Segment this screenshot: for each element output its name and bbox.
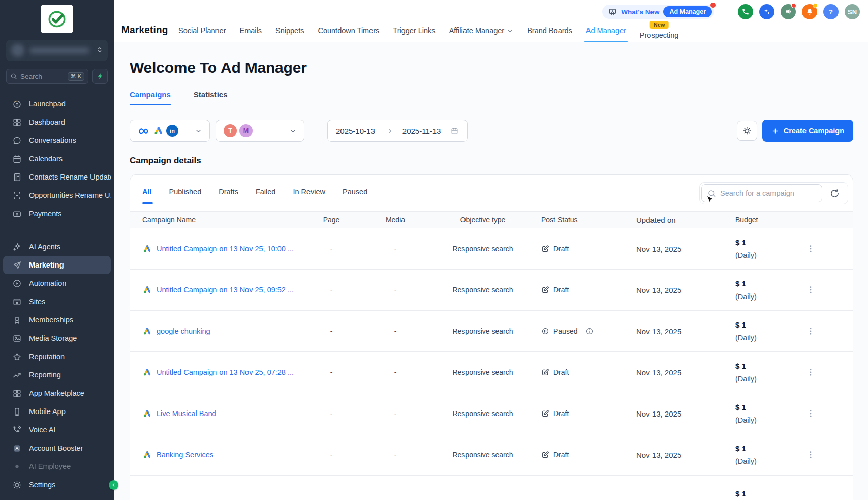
campaign-settings-button[interactable] (737, 121, 757, 141)
sidebar-item-mobile-app[interactable]: Mobile App (3, 402, 111, 421)
row-menu-kebab-icon[interactable] (806, 368, 815, 377)
sidebar-item-launchpad[interactable]: Launchpad (3, 95, 111, 113)
campaign-name-link[interactable]: Untitled Campaign on 13 Nov 25, 10:00 ..… (157, 245, 294, 253)
megaphone-icon[interactable] (781, 4, 796, 19)
sidebar-item-icon (12, 191, 22, 200)
updated-on-cell: Nov 13, 2025 (633, 327, 730, 336)
table-row: google chunking - - Responsive search Pa… (130, 311, 853, 352)
sidebar-item-icon (12, 315, 22, 325)
row-menu-kebab-icon[interactable] (806, 450, 815, 459)
create-campaign-button[interactable]: Create Campaign (762, 120, 853, 142)
sidebar-item-sites[interactable]: Sites (3, 292, 111, 311)
meta-icon (137, 125, 150, 137)
sidebar-item-account-booster[interactable]: Account Booster (3, 439, 111, 457)
sidebar-item-icon (12, 297, 22, 307)
filter-tab-paused[interactable]: Paused (343, 188, 367, 196)
budget-cell: $ 1 (730, 489, 806, 500)
edit-draft-icon (541, 451, 549, 459)
plus-icon (771, 127, 779, 135)
post-status-cell: Draft (537, 368, 633, 376)
row-menu-kebab-icon[interactable] (806, 409, 815, 418)
status-filter-tabs: All Published Drafts Failed In Review Pa… (142, 188, 367, 196)
table-header-row: Campaign Name Page Media Objective type … (130, 211, 853, 228)
tab-affiliate-manager[interactable]: Affiliate Manager (449, 0, 514, 42)
ai-sparkles-icon[interactable] (759, 4, 774, 19)
sidebar-item-calendars[interactable]: Calendars (3, 150, 111, 168)
updated-on-cell: Nov 13, 2025 (633, 245, 730, 253)
notifications-bell-icon[interactable] (802, 4, 817, 19)
sidebar-search-input[interactable]: Search ⌘ K (6, 69, 88, 84)
post-status-cell: Draft (537, 245, 633, 253)
user-avatar[interactable]: SN (845, 4, 860, 19)
page-cell: - (301, 286, 362, 294)
google-ads-icon (142, 409, 151, 418)
info-icon[interactable] (585, 327, 594, 335)
row-menu-kebab-icon[interactable] (806, 244, 815, 253)
notification-dot (791, 3, 796, 8)
budget-cell: $ 1 (Daily) (730, 238, 806, 259)
campaign-name-link[interactable]: Untitled Campaign on 13 Nov 25, 09:52 ..… (157, 286, 294, 294)
sidebar-item-media-storage[interactable]: Media Storage (3, 329, 111, 347)
sidebar-collapse-button[interactable] (109, 480, 118, 490)
notification-dot (710, 3, 716, 8)
sidebar-item-reporting[interactable]: Reporting (3, 366, 111, 384)
campaign-search-input[interactable]: Search for a campaign (701, 184, 822, 202)
sidebar-item-automation[interactable]: Automation (3, 274, 111, 292)
sidebar-item-settings[interactable]: Settings (3, 476, 111, 494)
tab-campaigns[interactable]: Campaigns (130, 90, 171, 105)
sidebar-item-dashboard[interactable]: Dashboard (3, 113, 111, 131)
tab-countdown-timers[interactable]: Countdown Timers (318, 0, 379, 42)
calendar-icon (450, 127, 459, 135)
sidebar-item-voice-ai[interactable]: Voice AI (3, 421, 111, 439)
row-menu-kebab-icon[interactable] (806, 285, 815, 295)
sidebar-item-marketing[interactable]: Marketing (3, 256, 111, 274)
phone-icon[interactable] (738, 4, 753, 19)
campaign-name-link[interactable]: Untitled Campaign on 13 Nov 25, 07:28 ..… (157, 368, 294, 376)
budget-cell: $ 1 (Daily) (730, 362, 806, 383)
account-filter-dropdown[interactable]: TM (216, 120, 304, 142)
sidebar-item-ai-agents[interactable]: AI Agents (3, 238, 111, 256)
post-status-cell: Draft (537, 286, 633, 294)
notification-dot (813, 3, 818, 8)
sidebar-item-icon (12, 407, 22, 417)
sidebar-item-ai-employee[interactable]: AI Employee (3, 457, 111, 476)
sidebar-item-contacts[interactable]: Contacts Rename Update (3, 168, 111, 186)
tab-trigger-links[interactable]: Trigger Links (393, 0, 435, 42)
platform-filter-dropdown[interactable]: in (130, 120, 210, 142)
filter-tab-drafts[interactable]: Drafts (219, 188, 238, 196)
sidebar-item-payments[interactable]: Payments (3, 204, 111, 223)
tab-brand-boards[interactable]: Brand Boards (527, 0, 572, 42)
app-logo (41, 5, 73, 33)
sidebar-menu: Launchpad Dashboard Conversations (0, 95, 114, 476)
account-switcher[interactable] (6, 40, 108, 61)
edit-draft-icon (541, 245, 549, 253)
help-icon[interactable]: ? (823, 4, 839, 19)
sidebar-item-conversations[interactable]: Conversations (3, 131, 111, 150)
google-ads-icon (142, 450, 151, 459)
green-check-logo-icon (46, 8, 68, 30)
tab-statistics[interactable]: Statistics (194, 90, 228, 105)
filter-tab-in-review[interactable]: In Review (293, 188, 325, 196)
tab-emails[interactable]: Emails (240, 0, 262, 42)
filter-tab-all[interactable]: All (142, 188, 152, 196)
filter-tab-published[interactable]: Published (169, 188, 202, 196)
quick-actions-bolt-button[interactable] (92, 69, 108, 84)
refresh-icon[interactable] (830, 189, 840, 198)
tab-snippets[interactable]: Snippets (275, 0, 304, 42)
sidebar-item-icon (12, 352, 22, 362)
tab-social-planner[interactable]: Social Planner (178, 0, 226, 42)
campaign-name-link[interactable]: Banking Services (157, 451, 213, 459)
sidebar-item-opportunities[interactable]: Opportunities Rename U... (3, 186, 111, 204)
sidebar-item-reputation[interactable]: Reputation (3, 347, 111, 366)
page-cell: - (301, 368, 362, 376)
row-menu-kebab-icon[interactable] (806, 327, 815, 336)
filter-tab-failed[interactable]: Failed (256, 188, 276, 196)
sidebar-item-app-marketplace[interactable]: App Marketplace (3, 384, 111, 402)
campaign-name-link[interactable]: google chunking (157, 327, 210, 335)
objective-cell: Responsive search (429, 368, 537, 376)
sidebar-item-memberships[interactable]: Memberships (3, 311, 111, 329)
whats-new-pill[interactable]: What's New Ad Manager (602, 5, 714, 19)
edit-draft-icon (541, 409, 549, 418)
date-range-picker[interactable]: 2025-10-13 2025-11-13 (327, 120, 468, 142)
campaign-name-link[interactable]: Live Musical Band (157, 409, 216, 418)
